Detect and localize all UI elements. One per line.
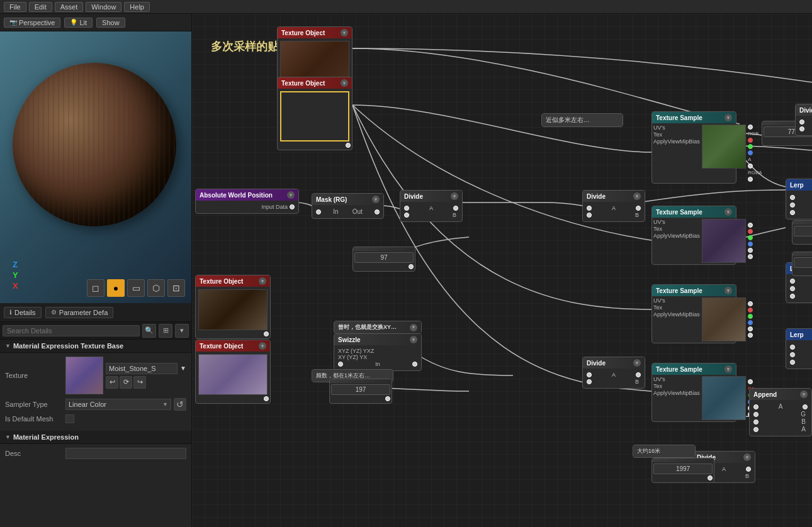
search-icon[interactable]: 🔍 [142,324,156,338]
sphere-view-btn[interactable]: ● [107,279,125,297]
texture-browse-btn[interactable]: ↩ [106,376,118,389]
node-header-div1: Divide ▼ [400,191,462,202]
sampler-reset-btn[interactable]: ↺ [174,398,186,411]
node-close-2[interactable]: ▼ [341,79,348,87]
lerp-node-3[interactable]: Lerp ▼ A B Alpha [786,328,812,369]
sampler-type-dropdown[interactable]: Linear Color ▼ [65,399,171,410]
edit-menu[interactable]: Edit [29,2,52,12]
div2-a-in[interactable] [587,206,592,211]
div3-a-in[interactable] [799,119,804,125]
node-close-ts-m1[interactable]: ▼ [725,114,732,121]
node-close-div2[interactable]: ▼ [633,192,641,200]
mask-in[interactable] [316,209,321,214]
div-bot-right-close[interactable]: ▼ [743,453,751,461]
divide-node-bottom[interactable]: Divide ▼ A B [582,357,645,389]
node-header-div3: Divide ▼ [796,104,812,116]
node-close-div-bot[interactable]: ▼ [633,359,641,367]
desc-input[interactable] [65,448,186,459]
value-600-node[interactable]: 600 [792,252,812,276]
append-close-1[interactable]: ▼ [800,391,808,398]
node-close-div1[interactable]: ▼ [451,192,458,200]
texture-object-node-2[interactable]: Texture Object ▼ [277,77,352,150]
node-header-div-bot: Divide ▼ [583,357,645,369]
append-node-1[interactable]: Append ▼ A G B A [749,388,812,436]
cylinder-view-btn[interactable]: ⬡ [147,279,165,297]
node-close-3[interactable]: ▼ [259,277,266,285]
node-close-ts-m2[interactable]: ▼ [725,208,732,216]
div1-a-in[interactable] [404,206,409,211]
lerp-node-1[interactable]: Lerp ▼ A B Alpha [786,179,812,219]
window-menu[interactable]: Window [86,2,121,12]
preview-sphere [13,63,176,226]
div3-b-in[interactable] [799,126,804,131]
cube-view-btn[interactable]: ◻ [87,279,104,297]
file-menu[interactable]: File [4,2,26,12]
div2-b-in[interactable] [587,213,592,218]
value-197-display: 197 [331,384,390,395]
div2-out[interactable] [636,206,641,211]
is-default-mesh-checkbox[interactable] [65,414,74,423]
value-1997-node[interactable]: 1997 [651,458,714,483]
node-close-awp[interactable]: ▼ [287,191,295,199]
awp-output[interactable] [290,204,295,209]
node-graph[interactable]: 多次采样的贴图 [192,14,812,527]
viewport: 📷 Perspective 💡 Lit Show Z Y X [0,14,191,303]
node-close-ts-m4[interactable]: ▼ [725,365,732,373]
is-default-mesh-row: Is Default Mesh [5,414,186,423]
value-97-node[interactable]: 97 [352,247,415,272]
param-default-tab[interactable]: ⚙ Parameter Defa [45,307,114,318]
chinese-node-swap[interactable]: 曾时，也就是交换XY… ▼ [334,321,422,334]
filter-icon[interactable]: ▾ [175,324,189,338]
texture-prop-row: Texture Moist_Stone_S ▼ ↩ ⟳ ↪ [5,357,186,394]
swizzle-close[interactable]: ▼ [410,336,417,343]
viewport-perspective-btn[interactable]: 📷 Perspective [4,18,60,28]
mask-rg-node[interactable]: Mask (RG) ▼ In Out [312,193,384,219]
help-menu[interactable]: Help [124,2,150,12]
output-pin-2[interactable] [346,143,351,148]
node-header-4: Texture Object ▼ [196,340,270,352]
texture-name-field: Moist_Stone_S [106,363,178,374]
chinese-swap-header: 曾时，也就是交换XY… ▼ [334,321,421,333]
divide-node-left[interactable]: Divide ▼ A B [400,190,463,222]
div1-out[interactable] [453,206,458,211]
custom-view-btn[interactable]: ⊡ [167,279,185,297]
value-197-node[interactable]: 197 [329,379,392,404]
plane-view-btn[interactable]: ▭ [127,279,145,297]
swizzle-node[interactable]: Swizzle ▼ XYZ (YZ) YXZ XY (YZ) YX In [334,333,422,371]
divide-node-right-top[interactable]: Divide ▼ A B [795,104,812,136]
details-tab[interactable]: ℹ Details [4,307,42,318]
texture-object-node-3[interactable]: Texture Object ▼ [195,275,271,339]
node-close-ts-m3[interactable]: ▼ [725,287,732,294]
grid-view-icon[interactable]: ⊞ [159,324,172,338]
mat-expr-section2-header[interactable]: Material Expression [0,431,191,444]
value-600-display: 600 [794,257,812,268]
texture-object-node-4[interactable]: Texture Object ▼ [195,340,271,404]
node-close-mask[interactable]: ▼ [372,196,380,203]
divide-node-mid[interactable]: Divide ▼ A B [582,190,645,222]
mat-expr-section-header[interactable]: Material Expression Texture Base [0,340,191,353]
div1-b-in[interactable] [404,213,409,218]
texture-clear-btn[interactable]: ↪ [133,376,146,389]
value-1997-display: 1997 [653,463,713,474]
viewport-lit-btn[interactable]: 💡 Lit [64,18,93,28]
node-close-4[interactable]: ▼ [259,342,266,350]
node-close-1[interactable]: ▼ [341,29,348,36]
texture-find-btn[interactable]: ⟳ [120,376,132,389]
node-header-ts-m4: Texture Sample ▼ [652,363,736,375]
lerp-header-3: Lerp ▼ [786,329,812,340]
mask-out[interactable] [375,209,380,214]
texture-sample-mid-3[interactable]: Texture Sample ▼ UV'sTexApplyViewMipBias [651,284,736,343]
value-2000-node[interactable]: 2000 [792,220,812,245]
top-bar: File Edit Asset Window Help [0,0,812,14]
texture-sample-mid-4[interactable]: Texture Sample ▼ UV'sTexApplyViewMipBias… [651,363,736,422]
search-details-input[interactable] [3,325,140,336]
texture-dropdown-arrow[interactable]: ▼ [180,365,186,372]
node-header-ts-m2: Texture Sample ▼ [652,206,736,218]
texture-sample-mid-1[interactable]: Texture Sample ▼ UV'sTexApplyViewMipBias… [651,111,736,184]
viewport-show-btn[interactable]: Show [96,18,125,28]
v97-out[interactable] [409,264,414,269]
texture-sample-mid-2[interactable]: Texture Sample ▼ UV'sTexApplyViewMipBias [651,206,736,265]
asset-menu[interactable]: Asset [55,2,84,12]
absolute-world-position-node[interactable]: Absolute World Position ▼ Input Data [195,189,299,214]
chinese-label-16m: 大约16米 [633,445,696,458]
